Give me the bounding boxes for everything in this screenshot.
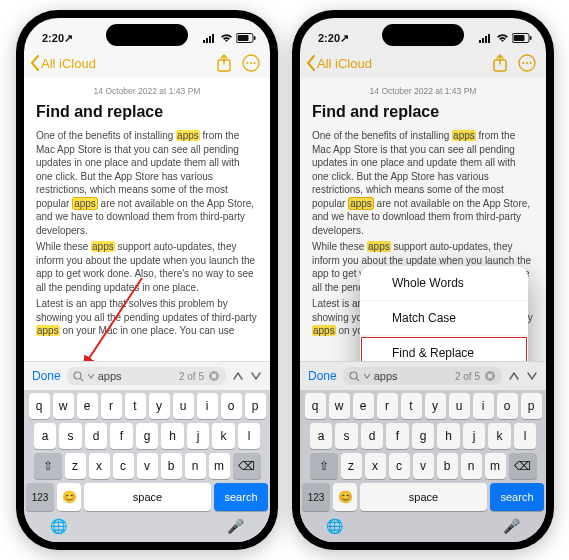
key-backspace[interactable]: ⌫ <box>233 453 261 479</box>
option-match-case[interactable]: Match Case <box>360 301 528 336</box>
key-k[interactable]: k <box>488 423 511 449</box>
key-f[interactable]: f <box>110 423 133 449</box>
key-space[interactable]: space <box>84 483 211 511</box>
key-c[interactable]: c <box>113 453 134 479</box>
key-j[interactable]: j <box>187 423 210 449</box>
globe-icon[interactable]: 🌐 <box>326 518 343 534</box>
key-space[interactable]: space <box>360 483 487 511</box>
clear-icon[interactable] <box>484 370 496 382</box>
chevron-down-icon[interactable] <box>88 372 94 380</box>
back-label: All iCloud <box>317 56 372 71</box>
done-button[interactable]: Done <box>32 369 61 383</box>
key-y[interactable]: y <box>425 393 446 419</box>
key-r[interactable]: r <box>377 393 398 419</box>
svg-point-12 <box>74 372 81 379</box>
key-l[interactable]: l <box>238 423 261 449</box>
key-a[interactable]: a <box>310 423 333 449</box>
key-n[interactable]: n <box>185 453 206 479</box>
key-y[interactable]: y <box>149 393 170 419</box>
search-input[interactable]: apps 2 of 5 <box>67 367 226 385</box>
key-p[interactable]: p <box>245 393 266 419</box>
key-shift[interactable]: ⇧ <box>310 453 338 479</box>
key-w[interactable]: w <box>53 393 74 419</box>
key-r[interactable]: r <box>101 393 122 419</box>
key-h[interactable]: h <box>437 423 460 449</box>
key-g[interactable]: g <box>412 423 435 449</box>
note-content[interactable]: 14 October 2022 at 1:43 PM Find and repl… <box>300 78 546 361</box>
key-u[interactable]: u <box>173 393 194 419</box>
chevron-down-icon[interactable] <box>364 372 370 380</box>
key-search[interactable]: search <box>214 483 268 511</box>
key-o[interactable]: o <box>497 393 518 419</box>
key-b[interactable]: b <box>161 453 182 479</box>
globe-icon[interactable]: 🌐 <box>50 518 67 534</box>
note-paragraph: While these apps support auto-updates, t… <box>36 240 258 294</box>
key-e[interactable]: e <box>353 393 374 419</box>
key-c[interactable]: c <box>389 453 410 479</box>
key-u[interactable]: u <box>449 393 470 419</box>
key-numbers[interactable]: 123 <box>302 483 330 511</box>
key-z[interactable]: z <box>341 453 362 479</box>
current-match: apps <box>348 197 374 210</box>
key-m[interactable]: m <box>485 453 506 479</box>
clear-icon[interactable] <box>208 370 220 382</box>
key-a[interactable]: a <box>34 423 57 449</box>
key-s[interactable]: s <box>59 423 82 449</box>
key-n[interactable]: n <box>461 453 482 479</box>
next-match-icon[interactable] <box>250 370 262 382</box>
key-x[interactable]: x <box>365 453 386 479</box>
key-emoji[interactable]: 😊 <box>333 483 357 511</box>
key-m[interactable]: m <box>209 453 230 479</box>
more-icon[interactable] <box>242 54 260 72</box>
key-z[interactable]: z <box>65 453 86 479</box>
option-label: Find & Replace <box>392 345 474 361</box>
key-q[interactable]: q <box>29 393 50 419</box>
mic-icon[interactable]: 🎤 <box>227 518 244 534</box>
key-p[interactable]: p <box>521 393 542 419</box>
key-h[interactable]: h <box>161 423 184 449</box>
key-f[interactable]: f <box>386 423 409 449</box>
share-icon[interactable] <box>492 54 508 72</box>
option-whole-words[interactable]: Whole Words <box>360 266 528 301</box>
mic-icon[interactable]: 🎤 <box>503 518 520 534</box>
svg-rect-15 <box>482 38 484 43</box>
key-g[interactable]: g <box>136 423 159 449</box>
key-d[interactable]: d <box>85 423 108 449</box>
key-v[interactable]: v <box>137 453 158 479</box>
key-w[interactable]: w <box>329 393 350 419</box>
key-v[interactable]: v <box>413 453 434 479</box>
prev-match-icon[interactable] <box>232 370 244 382</box>
svg-point-25 <box>530 62 532 64</box>
key-t[interactable]: t <box>401 393 422 419</box>
key-o[interactable]: o <box>221 393 242 419</box>
prev-match-icon[interactable] <box>508 370 520 382</box>
key-emoji[interactable]: 😊 <box>57 483 81 511</box>
back-button[interactable]: All iCloud <box>306 55 372 71</box>
key-t[interactable]: t <box>125 393 146 419</box>
key-e[interactable]: e <box>77 393 98 419</box>
notch <box>382 24 464 46</box>
key-i[interactable]: i <box>473 393 494 419</box>
share-icon[interactable] <box>216 54 232 72</box>
key-s[interactable]: s <box>335 423 358 449</box>
key-d[interactable]: d <box>361 423 384 449</box>
next-match-icon[interactable] <box>526 370 538 382</box>
option-find-replace[interactable]: Find & Replace <box>360 336 528 361</box>
note-content[interactable]: 14 October 2022 at 1:43 PM Find and repl… <box>24 78 270 361</box>
search-input[interactable]: apps 2 of 5 <box>343 367 502 385</box>
key-l[interactable]: l <box>514 423 537 449</box>
key-b[interactable]: b <box>437 453 458 479</box>
key-numbers[interactable]: 123 <box>26 483 54 511</box>
highlight: apps <box>36 325 60 336</box>
back-button[interactable]: All iCloud <box>30 55 96 71</box>
key-search[interactable]: search <box>490 483 544 511</box>
key-j[interactable]: j <box>463 423 486 449</box>
key-shift[interactable]: ⇧ <box>34 453 62 479</box>
key-k[interactable]: k <box>212 423 235 449</box>
key-i[interactable]: i <box>197 393 218 419</box>
key-q[interactable]: q <box>305 393 326 419</box>
key-backspace[interactable]: ⌫ <box>509 453 537 479</box>
more-icon[interactable] <box>518 54 536 72</box>
done-button[interactable]: Done <box>308 369 337 383</box>
key-x[interactable]: x <box>89 453 110 479</box>
